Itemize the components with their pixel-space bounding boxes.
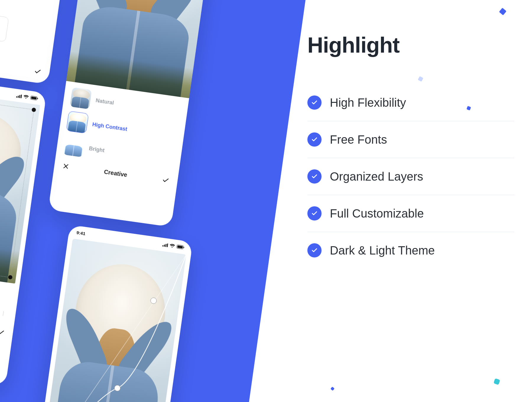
filter-label: Natural <box>95 97 114 106</box>
feature-label: Dark & Light Theme <box>330 244 435 257</box>
close-icon[interactable] <box>62 163 69 170</box>
decor-dot <box>494 378 500 385</box>
feature-item: Free Fonts <box>307 121 514 158</box>
svg-rect-8 <box>37 98 38 99</box>
check-icon <box>307 206 322 221</box>
svg-rect-2 <box>16 96 17 97</box>
svg-rect-3 <box>18 95 19 98</box>
svg-rect-18 <box>184 247 184 248</box>
filter-thumb <box>66 111 89 133</box>
check-icon <box>307 169 322 184</box>
svg-rect-7 <box>31 96 37 99</box>
feature-label: Free Fonts <box>330 133 387 146</box>
svg-point-20 <box>150 297 157 304</box>
svg-rect-13 <box>164 244 165 247</box>
svg-rect-15 <box>167 243 168 247</box>
filter-label: High Contrast <box>92 121 128 132</box>
battery-icon <box>30 96 38 100</box>
feature-item: Full Customizable <box>307 195 514 232</box>
confirm-icon[interactable] <box>0 328 5 336</box>
size-card[interactable]: AD 1200X628 <box>0 13 9 42</box>
svg-rect-4 <box>19 95 20 98</box>
battery-icon <box>176 244 185 249</box>
feature-label: Full Customizable <box>330 207 424 220</box>
confirm-icon[interactable] <box>34 68 42 76</box>
cellular-icon <box>162 243 168 247</box>
svg-rect-14 <box>165 244 166 247</box>
check-icon <box>307 243 322 257</box>
svg-rect-17 <box>177 245 183 248</box>
filter-thumb <box>63 135 85 157</box>
feature-item: High Flexibility <box>307 84 514 121</box>
svg-rect-12 <box>162 245 163 246</box>
check-icon <box>307 132 322 147</box>
wifi-icon <box>23 95 29 99</box>
svg-rect-5 <box>21 95 22 98</box>
status-time: 9:41 <box>76 230 86 236</box>
promo-canvas: OVER 02X630 AD 1200X628 <box>0 0 532 402</box>
cellular-icon <box>16 94 22 98</box>
svg-point-21 <box>114 385 121 392</box>
preview-photo <box>66 0 212 98</box>
page-heading: Highlight <box>307 33 514 58</box>
wifi-icon <box>169 244 175 248</box>
filter-label: Bright <box>89 145 105 153</box>
decor-dot <box>330 387 335 391</box>
feature-item: Organized Layers <box>307 158 514 195</box>
confirm-icon[interactable] <box>162 176 170 184</box>
feature-label: High Flexibility <box>330 96 406 109</box>
filter-thumb <box>70 87 92 109</box>
text-column: Highlight High Flexibility Free Fonts Or… <box>307 33 514 269</box>
feature-item: Dark & Light Theme <box>307 232 514 269</box>
feature-label: Organized Layers <box>330 170 423 183</box>
feature-list: High Flexibility Free Fonts Organized La… <box>307 84 514 269</box>
decor-dot <box>499 8 506 15</box>
check-icon <box>307 95 322 110</box>
